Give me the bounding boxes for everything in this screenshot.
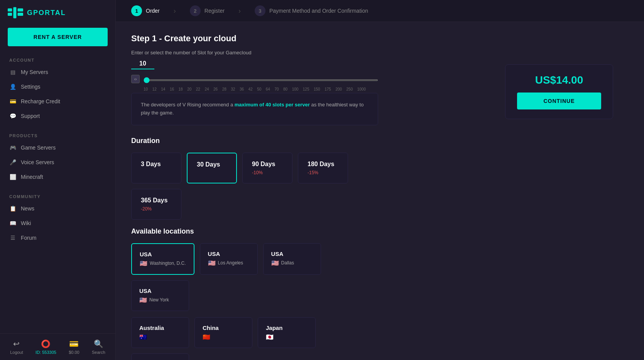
location-card-japan[interactable]: Japan 🇯🇵: [258, 317, 316, 348]
info-highlight: maximum of 40 slots per server: [235, 102, 310, 108]
logo-text: GPORTAL: [27, 9, 66, 17]
sidebar-item-recharge-credit[interactable]: 💳 Recharge Credit: [0, 94, 115, 109]
step-3-label: Payment Method and Order Confirmation: [269, 8, 368, 14]
location-card-usa-ny[interactable]: USA 🇺🇸 New York: [131, 280, 189, 311]
sidebar-item-label: Wiki: [21, 220, 31, 226]
sidebar-item-label: Recharge Credit: [21, 98, 60, 104]
recharge-icon: 💳: [9, 98, 16, 105]
location-city-usa-la: 🇺🇸 Los Angeles: [208, 259, 250, 267]
sidebar-item-label: My Servers: [21, 69, 48, 75]
search-icon: 🔍: [94, 339, 103, 348]
balance-label: $0.00: [69, 350, 79, 355]
price-box: US$14.00 CONTINUE: [505, 64, 613, 119]
location-card-usa-dc[interactable]: USA 🇺🇸 Washington, D.C.: [131, 243, 194, 275]
duration-label-180days: 180 Days: [308, 161, 338, 168]
page-title: Step 1 - Create your cloud: [131, 34, 378, 44]
duration-card-30days[interactable]: 30 Days: [187, 153, 237, 183]
duration-title: Duration: [131, 137, 378, 145]
sidebar-item-label: Support: [21, 113, 40, 119]
sidebar-item-label: Game Servers: [21, 145, 56, 151]
my-servers-icon: ▤: [9, 69, 16, 76]
step-3-circle: 3: [255, 5, 265, 16]
sidebar-item-settings[interactable]: 👤 Settings: [0, 79, 115, 94]
sidebar-item-label: Settings: [21, 84, 41, 90]
sidebar-item-support[interactable]: 💬 Support: [0, 109, 115, 123]
location-city-usa-dallas: 🇺🇸 Dallas: [271, 259, 313, 267]
gportal-logo-icon: [8, 7, 23, 19]
search-label: Search: [92, 350, 105, 355]
settings-icon: 👤: [9, 83, 16, 90]
duration-grid-row2: 365 Days -20%: [131, 189, 378, 220]
step-2-circle: 2: [190, 5, 201, 16]
info-box: The developers of V Rising recommend a m…: [131, 93, 378, 125]
slider-ticks: 10 12 14 16 18 20 22 24 26 28 32 36 42 5…: [131, 86, 378, 93]
svg-rect-4: [18, 13, 23, 16]
location-city-japan: 🇯🇵: [266, 333, 308, 341]
account-section-label: ACCOUNT: [0, 54, 115, 65]
slots-slider[interactable]: [144, 79, 378, 81]
slider-left-thumb[interactable]: ‹›: [131, 75, 140, 83]
svg-rect-2: [13, 7, 16, 19]
duration-discount-365days: -20%: [141, 206, 172, 212]
step-3: 3 Payment Method and Order Confirmation: [255, 5, 368, 16]
sidebar-item-game-servers[interactable]: 🎮 Game Servers: [0, 140, 115, 155]
voice-servers-icon: 🎤: [9, 159, 16, 166]
slider-container: ‹›: [131, 75, 378, 83]
flag-usa-la: 🇺🇸: [208, 259, 216, 267]
logout-button[interactable]: ↩ Logout: [10, 339, 23, 355]
location-country-usa-la: USA: [208, 251, 250, 257]
location-country-japan: Japan: [266, 325, 308, 331]
duration-card-90days[interactable]: 90 Days -10%: [242, 153, 292, 183]
sidebar-item-voice-servers[interactable]: 🎤 Voice Servers: [0, 155, 115, 170]
svg-rect-0: [8, 8, 12, 12]
step-2: 2 Register: [190, 5, 225, 16]
price-amount: US$14.00: [517, 74, 601, 86]
logo-area: GPORTAL: [0, 0, 115, 25]
duration-grid: 3 Days 30 Days 90 Days -10% 180 Days -15…: [131, 153, 378, 183]
duration-discount-180days: -15%: [308, 170, 338, 175]
search-button[interactable]: 🔍 Search: [92, 339, 105, 355]
location-card-usa-dallas[interactable]: USA 🇺🇸 Dallas: [263, 243, 321, 275]
location-card-usa-la[interactable]: USA 🇺🇸 Los Angeles: [200, 243, 258, 275]
flag-usa-ny: 🇺🇸: [139, 296, 147, 304]
user-id-icon: ⭕: [41, 339, 51, 348]
location-city-usa-dc: 🇺🇸 Washington, D.C.: [140, 260, 186, 267]
bottom-bar: ↩ Logout ⭕ ID: 553305 💳 $0.00 🔍 Search: [0, 333, 115, 360]
products-section-label: PRODUCTS: [0, 130, 115, 140]
logout-label: Logout: [10, 350, 23, 355]
user-id-button[interactable]: ⭕ ID: 553305: [35, 339, 56, 355]
duration-card-365days[interactable]: 365 Days -20%: [131, 189, 181, 220]
location-card-australia[interactable]: Australia 🇦🇺: [131, 317, 189, 348]
location-city-australia: 🇦🇺: [139, 333, 181, 341]
support-icon: 💬: [9, 113, 16, 119]
rent-server-button[interactable]: RENT A SERVER: [8, 28, 108, 46]
sidebar-item-forum[interactable]: ☰ Forum: [0, 230, 115, 245]
sidebar-item-wiki[interactable]: 📖 Wiki: [0, 216, 115, 230]
top-nav: 1 Order › 2 Register › 3 Payment Method …: [116, 0, 644, 22]
location-card-china[interactable]: China 🇨🇳: [194, 317, 252, 348]
slot-number-input[interactable]: [131, 59, 154, 69]
locations-title: Available locations: [131, 227, 378, 236]
sidebar: GPORTAL RENT A SERVER ACCOUNT ▤ My Serve…: [0, 0, 116, 360]
svg-rect-3: [18, 8, 23, 12]
duration-discount-90days: -10%: [252, 170, 283, 175]
continue-button[interactable]: CONTINUE: [517, 93, 601, 109]
step-separator-1: ›: [174, 7, 176, 15]
main-content: 1 Order › 2 Register › 3 Payment Method …: [116, 0, 644, 360]
sidebar-item-news[interactable]: 📋 News: [0, 201, 115, 216]
slot-label: Enter or select the number of Slot for y…: [131, 50, 378, 56]
flag-usa-dc: 🇺🇸: [140, 260, 147, 267]
community-section-label: COMMUNITY: [0, 190, 115, 201]
location-country-usa-dallas: USA: [271, 251, 313, 257]
location-card-europe[interactable]: Europe 🇪🇺: [131, 353, 189, 360]
sidebar-item-my-servers[interactable]: ▤ My Servers: [0, 65, 115, 79]
location-country-usa-dc: USA: [140, 251, 186, 257]
duration-label-3days: 3 Days: [141, 161, 172, 168]
duration-card-3days[interactable]: 3 Days: [131, 153, 181, 183]
slot-input-row: [131, 59, 378, 69]
balance-button[interactable]: 💳 $0.00: [69, 339, 79, 355]
step-separator-2: ›: [238, 7, 241, 15]
duration-card-180days[interactable]: 180 Days -15%: [298, 153, 348, 183]
balance-icon: 💳: [69, 339, 79, 348]
sidebar-item-minecraft[interactable]: ⬜ Minecraft: [0, 170, 115, 184]
